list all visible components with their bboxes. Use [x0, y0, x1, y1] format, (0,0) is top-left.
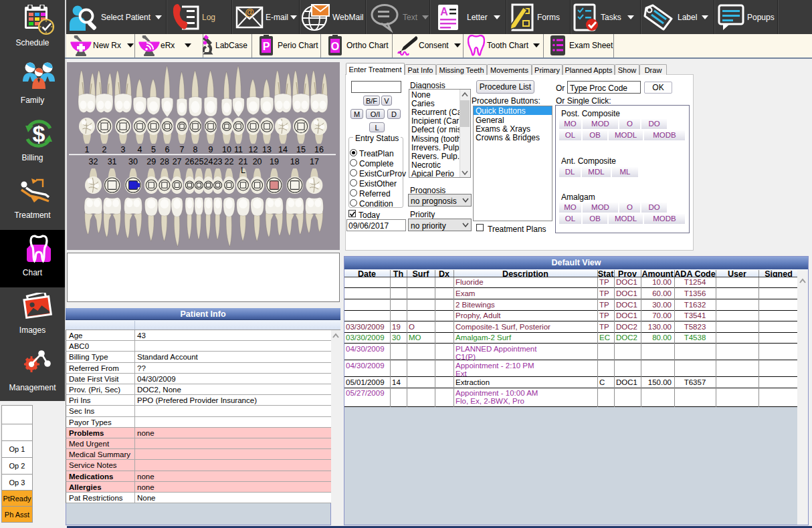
svg-text:A: A [440, 6, 448, 17]
svg-text:2: 2 [102, 145, 107, 154]
svg-text:16: 16 [314, 145, 324, 154]
svg-text:27: 27 [173, 157, 182, 166]
svg-text:L: L [241, 166, 245, 175]
svg-text:25: 25 [194, 157, 203, 166]
svg-text:24: 24 [204, 157, 213, 166]
svg-text:7: 7 [180, 145, 185, 154]
svg-text:13: 13 [262, 145, 272, 154]
svg-text:21: 21 [239, 157, 248, 166]
svg-text:15: 15 [296, 145, 306, 154]
svg-text:1: 1 [85, 145, 90, 154]
svg-text:22: 22 [224, 157, 233, 166]
svg-text:20: 20 [253, 157, 262, 166]
svg-text:8: 8 [193, 145, 198, 154]
svg-text:12: 12 [249, 145, 258, 154]
svg-text:31: 31 [108, 157, 117, 166]
svg-text:10: 10 [222, 145, 231, 154]
svg-text:5: 5 [151, 145, 156, 154]
svg-text:19: 19 [270, 157, 279, 166]
svg-text:23: 23 [213, 157, 223, 166]
svg-text:29: 29 [146, 157, 156, 166]
svg-text:17: 17 [310, 157, 319, 166]
svg-text:$: $ [33, 121, 45, 146]
svg-text:18: 18 [290, 157, 300, 166]
svg-text:11: 11 [234, 145, 243, 154]
svg-text:14: 14 [278, 145, 288, 154]
svg-text:O: O [331, 41, 339, 52]
svg-text:9: 9 [209, 145, 213, 154]
svg-text:@: @ [245, 7, 254, 17]
svg-text:3: 3 [121, 145, 126, 154]
svg-text:30: 30 [128, 157, 138, 166]
svg-text:6: 6 [165, 145, 170, 154]
svg-text:P: P [263, 41, 270, 52]
svg-text:28: 28 [160, 157, 169, 166]
svg-text:4: 4 [138, 145, 142, 154]
svg-text:32: 32 [89, 157, 98, 166]
svg-text:26: 26 [185, 157, 194, 166]
